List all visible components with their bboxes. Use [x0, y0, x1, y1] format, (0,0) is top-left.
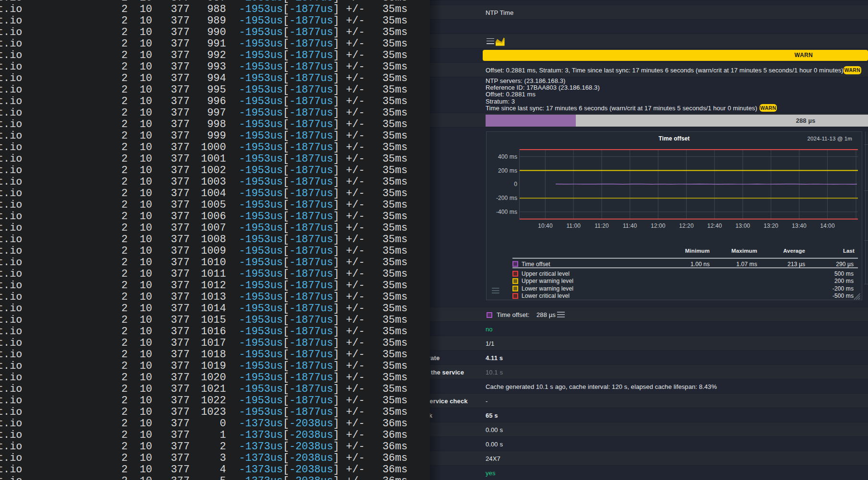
svg-text:-400 ms: -400 ms: [496, 209, 517, 215]
svg-text:11:00: 11:00: [566, 222, 581, 229]
svg-text:1.07 ms: 1.07 ms: [737, 261, 757, 268]
svg-text:12:40: 12:40: [707, 222, 722, 229]
svg-text:Maximum: Maximum: [731, 248, 757, 254]
svg-text:500 ms: 500 ms: [834, 270, 854, 277]
svg-text:Average: Average: [783, 248, 805, 254]
svg-text:400 ms: 400 ms: [498, 153, 517, 160]
svg-text:11:40: 11:40: [623, 222, 637, 229]
svg-text:Last: Last: [843, 248, 855, 254]
svg-text:14:00: 14:00: [820, 222, 835, 229]
svg-text:-200 ms: -200 ms: [832, 285, 854, 292]
svg-text:200 ms: 200 ms: [834, 278, 854, 284]
svg-text:Upper warning level: Upper warning level: [522, 278, 573, 284]
svg-text:1.00 ns: 1.00 ns: [690, 261, 710, 268]
svg-text:10:40: 10:40: [538, 222, 553, 229]
svg-text:Time offset: Time offset: [522, 261, 550, 268]
svg-text:12:20: 12:20: [679, 222, 694, 229]
svg-text:2024-11-13 @ 1m: 2024-11-13 @ 1m: [807, 136, 852, 141]
svg-text:200 ms: 200 ms: [498, 167, 517, 174]
svg-text:Lower critical level: Lower critical level: [522, 293, 570, 299]
svg-text:13:00: 13:00: [736, 222, 750, 229]
svg-text:Upper critical level: Upper critical level: [522, 270, 570, 277]
svg-text:Time offset: Time offset: [659, 135, 690, 142]
svg-text:-500 ms: -500 ms: [832, 293, 854, 299]
svg-text:Minimum: Minimum: [685, 248, 710, 254]
svg-text:213 µs: 213 µs: [787, 261, 805, 268]
svg-text:11:20: 11:20: [595, 222, 609, 229]
svg-text:13:40: 13:40: [792, 222, 807, 229]
svg-text:0: 0: [514, 181, 517, 187]
svg-text:290 µs: 290 µs: [836, 261, 854, 268]
svg-text:Lower warning level: Lower warning level: [522, 285, 573, 292]
svg-text:-200 ms: -200 ms: [496, 195, 517, 201]
svg-text:13:20: 13:20: [764, 222, 779, 229]
svg-text:12:00: 12:00: [651, 222, 666, 229]
